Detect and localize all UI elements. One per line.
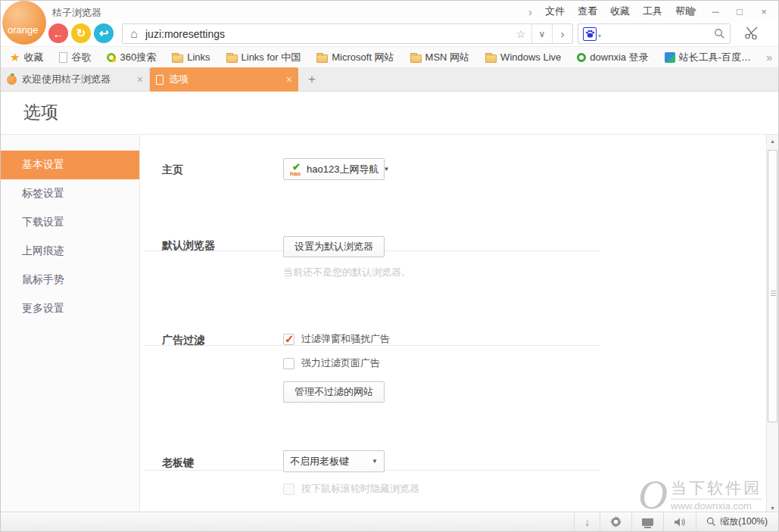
- search-box[interactable]: ▾: [578, 23, 731, 44]
- downxia-watermark: O 当下软件园 www.downxia.com: [638, 478, 762, 512]
- bookmark-star-icon[interactable]: ☆: [510, 28, 531, 40]
- scroll-up-icon[interactable]: ▲: [767, 135, 778, 147]
- reopen-closed-tab-button[interactable]: ↩: [94, 23, 114, 43]
- popup-filter-checkbox-checked[interactable]: [283, 334, 294, 345]
- orange-fruit-icon: [7, 75, 17, 85]
- bookmark-folder-windows-live[interactable]: Windows Live: [485, 51, 561, 63]
- baidu-paw-icon[interactable]: [583, 27, 597, 41]
- refresh-button[interactable]: ↻: [71, 23, 91, 43]
- home-icon[interactable]: ⌂: [123, 27, 145, 41]
- bookmark-folder-links-china[interactable]: Links for 中国: [226, 51, 301, 64]
- status-bar: ↓ 缩放(100%): [1, 512, 778, 531]
- menu-item-file[interactable]: 文件: [545, 5, 565, 18]
- search-input[interactable]: [601, 28, 714, 39]
- boss-key-dropdown[interactable]: 不启用老板键 ▼: [283, 450, 385, 472]
- bookmark-favorites[interactable]: ★ 收藏: [10, 51, 43, 64]
- bookmark-label: 360搜索: [120, 51, 156, 64]
- watermark-site-name: 当下软件园: [671, 478, 762, 499]
- downloads-icon[interactable]: ↓: [574, 512, 600, 531]
- boss-key-label: 老板键: [162, 456, 194, 470]
- checkbox-label: 按下鼠标滚轮时隐藏浏览器: [301, 482, 419, 496]
- ad-filter-label: 广告过滤: [162, 334, 204, 347]
- set-default-browser-button[interactable]: 设置为默认浏览器: [283, 236, 385, 257]
- title-bar: orange 桔子浏览器 › 文件 查看 收藏 工具 帮助 ─ □ ×: [1, 1, 778, 22]
- scrollbar-thumb[interactable]: [768, 150, 777, 422]
- back-button[interactable]: ←: [48, 23, 68, 43]
- fullscreen-monitor-icon[interactable]: [631, 512, 663, 531]
- browser-window: orange 桔子浏览器 › 文件 查看 收藏 工具 帮助 ─ □ × ← ↻ …: [0, 0, 779, 532]
- new-tab-button[interactable]: +: [304, 72, 320, 87]
- sidebar-item-tab-settings[interactable]: 标签设置: [1, 179, 139, 208]
- sidebar-item-download-settings[interactable]: 下载设置: [1, 208, 139, 237]
- page-icon: [156, 75, 164, 85]
- homepage-dropdown-value: hao123上网导航: [307, 163, 379, 176]
- bookmark-google[interactable]: 谷歌: [59, 51, 91, 64]
- bookmark-webmaster-tools[interactable]: 站长工具-百度…: [665, 51, 751, 64]
- menu-bar: › 文件 查看 收藏 工具 帮助: [528, 1, 695, 22]
- default-browser-hint: 当前还不是您的默认浏览器。: [283, 266, 411, 279]
- menu-overflow-chevron-icon[interactable]: ›: [528, 5, 532, 18]
- bookmark-downxia-login[interactable]: downxia 登录: [577, 51, 648, 64]
- address-bar[interactable]: ⌂ ☆ ∨ ›: [122, 23, 573, 44]
- bookmark-label: downxia 登录: [590, 51, 648, 64]
- browser-logo[interactable]: orange: [2, 1, 46, 45]
- forward-button[interactable]: ›: [552, 24, 572, 43]
- vertical-scrollbar[interactable]: ▲ ▼: [766, 135, 778, 514]
- bookmark-folder-links[interactable]: Links: [172, 51, 210, 63]
- homepage-dropdown[interactable]: ✔hao hao123上网导航 ▼: [283, 158, 385, 180]
- url-input[interactable]: [145, 28, 510, 40]
- settings-content: 主页 ✔hao hao123上网导航 ▼ 默认浏览器 设置为默认浏览器 当前还不…: [141, 135, 768, 514]
- settings-page: 选项 基本设置 标签设置 下载设置 上网痕迹 鼠标手势 更多设置 主页 ✔hao…: [1, 92, 778, 514]
- 360-search-icon: [107, 53, 116, 62]
- folder-icon: [485, 54, 497, 63]
- dropdown-arrow-icon: ▼: [372, 458, 378, 465]
- sidebar-item-browsing-traces[interactable]: 上网痕迹: [1, 237, 139, 266]
- browser-logo-label: orange: [8, 24, 38, 36]
- skin-theme-icon[interactable]: [681, 3, 701, 20]
- favorites-star-icon: ★: [10, 51, 20, 64]
- tab-welcome[interactable]: 欢迎使用桔子浏览器 ×: [1, 67, 150, 92]
- bookmark-360-search[interactable]: 360搜索: [107, 51, 156, 64]
- zoom-control[interactable]: 缩放(100%): [696, 512, 778, 531]
- url-dropdown-chevron-icon[interactable]: ∨: [531, 24, 552, 43]
- dropdown-arrow-icon: ▼: [383, 166, 389, 173]
- hide-on-wheel-checkbox-disabled: [283, 484, 294, 495]
- bookmark-folder-msn[interactable]: MSN 网站: [410, 51, 470, 64]
- webmaster-tools-icon: [665, 52, 675, 63]
- bookmark-folder-microsoft[interactable]: Microsoft 网站: [316, 51, 394, 64]
- speaker-mute-icon[interactable]: [663, 512, 696, 531]
- page-icon: [59, 52, 67, 63]
- close-button[interactable]: ×: [754, 3, 774, 20]
- tab-label: 选项: [169, 73, 281, 86]
- checkbox-label: 强力过滤页面广告: [301, 356, 380, 370]
- bookmarks-overflow-icon[interactable]: »: [766, 51, 772, 64]
- menu-item-favorites[interactable]: 收藏: [610, 5, 630, 18]
- hao123-icon: ✔hao: [290, 163, 302, 176]
- sidebar-item-basic-settings[interactable]: 基本设置: [1, 151, 139, 179]
- bookmark-label: Microsoft 网站: [332, 51, 394, 64]
- settings-gear-icon[interactable]: [600, 512, 631, 531]
- tab-options-active[interactable]: 选项 ×: [150, 67, 298, 92]
- screenshot-scissors-icon[interactable]: [744, 26, 760, 40]
- boss-key-option-row: 按下鼠标滚轮时隐藏浏览器: [283, 482, 419, 496]
- navigation-toolbar: ← ↻ ↩ ⌂ ☆ ∨ › ▾: [1, 22, 778, 46]
- strong-filter-checkbox-unchecked[interactable]: [283, 358, 294, 369]
- menu-item-view[interactable]: 查看: [578, 5, 597, 18]
- tab-strip: 欢迎使用桔子浏览器 × 选项 × +: [1, 67, 778, 92]
- sidebar-item-more-settings[interactable]: 更多设置: [1, 294, 139, 323]
- menu-item-tools[interactable]: 工具: [643, 5, 662, 18]
- bookmark-label: MSN 网站: [425, 51, 470, 64]
- manage-unfiltered-sites-button[interactable]: 管理不过滤的网站: [283, 381, 385, 403]
- minimize-button[interactable]: ─: [706, 3, 725, 20]
- folder-icon: [410, 54, 422, 63]
- search-magnifier-icon[interactable]: [714, 28, 725, 39]
- page-title: 选项: [23, 101, 58, 124]
- sidebar-item-mouse-gestures[interactable]: 鼠标手势: [1, 266, 139, 294]
- tab-close-icon[interactable]: ×: [286, 73, 292, 86]
- checkbox-label: 过滤弹窗和骚扰广告: [301, 332, 390, 346]
- bookmarks-bar: ★ 收藏 谷歌 360搜索 Links Links for 中国 Microso…: [1, 46, 778, 67]
- homepage-label: 主页: [162, 163, 183, 177]
- maximize-button[interactable]: □: [730, 3, 749, 20]
- default-browser-label: 默认浏览器: [162, 239, 215, 253]
- tab-close-icon[interactable]: ×: [137, 73, 143, 86]
